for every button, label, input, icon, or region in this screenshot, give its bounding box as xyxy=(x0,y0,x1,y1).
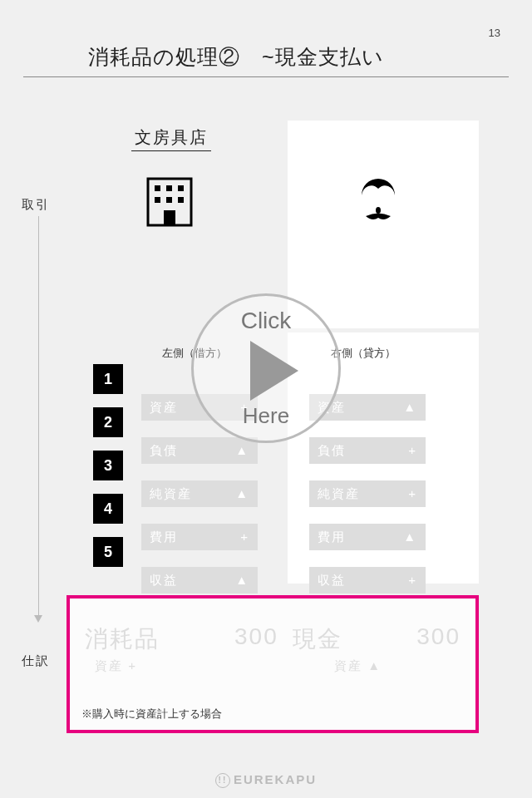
debit-cell: 収益▲ xyxy=(141,567,258,594)
debit-amount: 300 xyxy=(234,623,278,650)
column-header-left-store: 文房具店 xyxy=(131,126,211,151)
brand-name: EUREKAPU xyxy=(234,772,317,786)
cell-label: 純資産 xyxy=(150,486,192,500)
credit-cell: 純資産+ xyxy=(309,480,426,507)
cell-symbol: + xyxy=(408,437,417,464)
journal-entry-box: 消耗品 300 現金 300 資産 + 資産 ▲ ※購入時に資産計上する場合 xyxy=(66,595,479,733)
table-row: 1 資産+ 資産▲ xyxy=(93,364,123,394)
side-label-journal: 仕訳 xyxy=(22,653,50,669)
cell-label: 収益 xyxy=(150,573,178,587)
cell-label: 費用 xyxy=(150,530,178,544)
debit-sub: 資産 + xyxy=(95,658,137,674)
debit-cell: 純資産▲ xyxy=(141,480,258,507)
table-header-credit: 右側（貸方） xyxy=(331,346,396,361)
cell-label: 費用 xyxy=(318,530,346,544)
cell-symbol: ▲ xyxy=(235,437,249,464)
cell-symbol: ▲ xyxy=(235,480,249,507)
table-row: 5 収益▲ 収益+ xyxy=(93,537,123,567)
svg-rect-7 xyxy=(164,210,175,225)
cell-symbol: ▲ xyxy=(235,567,249,594)
credit-sub: 資産 ▲ xyxy=(334,658,382,674)
credit-cell: 費用▲ xyxy=(309,524,426,550)
row-number: 4 xyxy=(93,494,123,524)
cell-symbol: ▲ xyxy=(403,524,417,550)
play-label-top: Click xyxy=(194,308,338,334)
building-icon xyxy=(146,177,193,227)
table-row: 2 負債▲ 負債+ xyxy=(93,407,123,437)
row-number: 1 xyxy=(93,364,123,394)
table-row: 3 純資産▲ 純資産+ xyxy=(93,451,123,480)
cell-symbol: + xyxy=(408,480,417,507)
cell-symbol: + xyxy=(240,524,249,550)
svg-rect-6 xyxy=(178,197,184,203)
svg-rect-5 xyxy=(166,197,172,203)
page-title: 消耗品の処理② ~現金支払い xyxy=(88,43,384,71)
svg-rect-4 xyxy=(155,197,160,203)
cell-symbol: ▲ xyxy=(403,394,417,421)
credit-cell: 負債+ xyxy=(309,437,426,464)
debit-cell: 負債▲ xyxy=(141,437,258,464)
cell-label: 負債 xyxy=(318,443,346,457)
brand-mark-icon: !! xyxy=(215,773,230,788)
play-label-bottom: Here xyxy=(194,403,338,429)
row-number: 3 xyxy=(93,451,123,480)
credit-account: 現金 xyxy=(293,623,342,655)
credit-amount: 300 xyxy=(416,623,461,650)
row-number: 5 xyxy=(93,537,123,567)
cell-symbol: + xyxy=(408,567,417,594)
play-icon xyxy=(250,341,298,401)
credit-cell: 収益+ xyxy=(309,567,426,594)
debit-cell: 費用+ xyxy=(141,524,258,550)
person-face-icon xyxy=(349,170,407,229)
svg-point-8 xyxy=(376,207,381,214)
svg-rect-2 xyxy=(166,185,172,191)
svg-rect-3 xyxy=(178,185,184,191)
table-row: 4 費用+ 費用▲ xyxy=(93,494,123,524)
cell-label: 収益 xyxy=(318,573,346,587)
side-label-transaction: 取引 xyxy=(22,197,50,213)
flow-arrow-line xyxy=(38,216,39,615)
entry-note: ※購入時に資産計上する場合 xyxy=(81,707,222,722)
play-button[interactable]: Click Here xyxy=(191,293,341,443)
flow-arrow-head-icon xyxy=(34,615,42,623)
cell-label: 純資産 xyxy=(318,486,360,500)
cell-label: 資産 xyxy=(150,400,178,414)
title-rule xyxy=(23,76,509,77)
debit-account: 消耗品 xyxy=(85,623,160,655)
page-number: 13 xyxy=(489,27,500,39)
brand-footer: !!EUREKAPU xyxy=(0,772,532,788)
svg-rect-1 xyxy=(155,185,160,191)
cell-label: 負債 xyxy=(150,443,178,457)
row-number: 2 xyxy=(93,407,123,437)
